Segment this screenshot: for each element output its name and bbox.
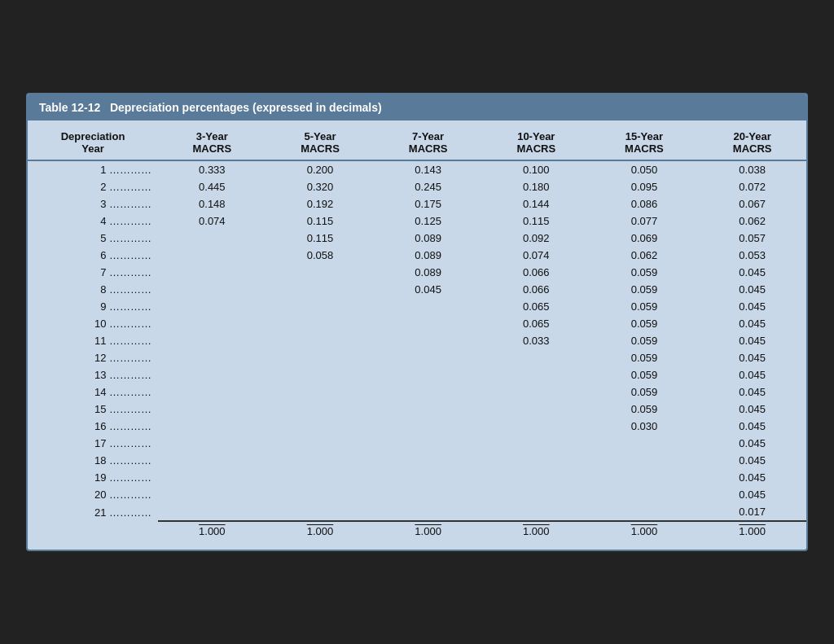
total-row: 1.0001.0001.0001.0001.0001.000 [28,521,806,540]
table-row: 2 …………0.4450.3200.2450.1800.0950.072 [28,178,806,195]
value-cell [266,418,375,435]
table-row: 11 …………0.0330.0590.045 [28,332,806,349]
value-cell: 0.045 [698,418,806,435]
value-cell: 0.065 [482,298,590,315]
value-cell: 0.077 [590,212,699,230]
value-cell [158,230,266,247]
table-row: 19 …………0.045 [28,469,806,486]
value-cell [482,503,590,521]
value-cell: 0.095 [590,178,699,195]
value-cell: 0.062 [590,247,699,264]
value-cell [266,503,375,521]
value-cell [482,349,590,366]
value-cell [266,366,375,383]
table-row: 9 …………0.0650.0590.045 [28,298,806,315]
value-cell [482,401,590,418]
total-value: 1.000 [482,521,590,540]
year-cell: 8 ………… [28,281,158,298]
value-cell [158,366,266,383]
value-cell [374,486,482,503]
depreciation-table: DepreciationYear 3-YearMACRS 5-YearMACRS… [28,124,806,540]
col-header-7year: 7-YearMACRS [374,124,482,160]
table-row: 10 …………0.0650.0590.045 [28,315,806,332]
value-cell: 0.115 [482,212,590,230]
value-cell [158,315,266,332]
total-value: 1.000 [374,521,482,540]
value-cell: 0.066 [482,281,590,298]
table-row: 13 …………0.0590.045 [28,366,806,383]
value-cell: 0.074 [482,247,590,264]
value-cell: 0.143 [374,160,482,178]
col-header-year: DepreciationYear [28,124,158,160]
table-row: 15 …………0.0590.045 [28,401,806,418]
value-cell [266,281,375,298]
table-row: 8 …………0.0450.0660.0590.045 [28,281,806,298]
value-cell [266,264,375,281]
value-cell [266,401,375,418]
table-row: 7 …………0.0890.0660.0590.045 [28,264,806,281]
value-cell [374,418,482,435]
value-cell [590,452,699,469]
year-cell: 12 ………… [28,349,158,366]
year-cell: 16 ………… [28,418,158,435]
value-cell: 0.045 [698,435,806,452]
col-header-20year: 20-YearMACRS [698,124,806,160]
value-cell [374,452,482,469]
table-row: 21 …………0.017 [28,503,806,521]
year-cell: 1 ………… [28,160,158,178]
value-cell: 0.059 [590,264,699,281]
year-cell: 4 ………… [28,212,158,230]
table-row: 20 …………0.045 [28,486,806,503]
table-row: 3 …………0.1480.1920.1750.1440.0860.067 [28,195,806,212]
value-cell [266,349,375,366]
value-cell [266,298,375,315]
year-cell: 3 ………… [28,195,158,212]
year-cell: 11 ………… [28,332,158,349]
value-cell [158,401,266,418]
value-cell [266,486,375,503]
value-cell: 0.175 [374,195,482,212]
value-cell [374,383,482,401]
header-row: DepreciationYear 3-YearMACRS 5-YearMACRS… [28,124,806,160]
year-cell: 7 ………… [28,264,158,281]
table-title: Table 12-12 Depreciation percentages (ex… [28,94,806,120]
value-cell: 0.100 [482,160,590,178]
value-cell: 0.065 [482,315,590,332]
total-label [28,521,158,540]
value-cell [374,469,482,486]
value-cell: 0.045 [698,366,806,383]
value-cell: 0.192 [266,195,375,212]
table-number: Table 12-12 [39,101,100,114]
value-cell: 0.089 [374,264,482,281]
value-cell [158,486,266,503]
value-cell [482,418,590,435]
year-cell: 5 ………… [28,230,158,247]
value-cell: 0.062 [698,212,806,230]
value-cell: 0.092 [482,230,590,247]
year-cell: 13 ………… [28,366,158,383]
value-cell [158,383,266,401]
value-cell [158,418,266,435]
table-row: 16 …………0.0300.045 [28,418,806,435]
value-cell [374,332,482,349]
col-header-5year: 5-YearMACRS [266,124,375,160]
value-cell: 0.180 [482,178,590,195]
value-cell: 0.045 [698,264,806,281]
value-cell [158,469,266,486]
value-cell: 0.045 [698,298,806,315]
col-header-15year: 15-YearMACRS [590,124,699,160]
value-cell: 0.333 [158,160,266,178]
value-cell [158,349,266,366]
value-cell [482,366,590,383]
value-cell [158,264,266,281]
value-cell [158,247,266,264]
value-cell [374,366,482,383]
value-cell [266,383,375,401]
total-value: 1.000 [590,521,699,540]
value-cell [266,452,375,469]
value-cell: 0.320 [266,178,375,195]
value-cell: 0.045 [698,486,806,503]
value-cell [590,503,699,521]
value-cell: 0.200 [266,160,375,178]
table-row: 4 …………0.0740.1150.1250.1150.0770.062 [28,212,806,230]
